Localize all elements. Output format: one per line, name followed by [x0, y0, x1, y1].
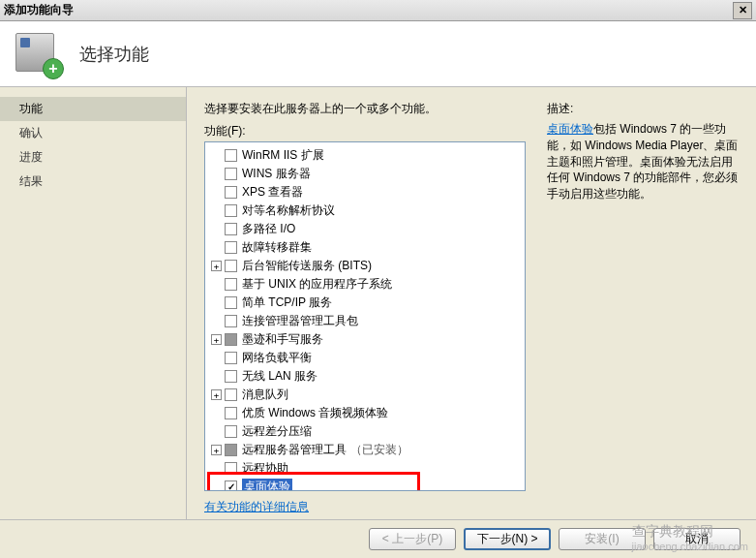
expand-icon[interactable]: +	[211, 334, 222, 345]
window-title: 添加功能向导	[4, 2, 733, 18]
feature-label: 消息队列	[242, 387, 288, 403]
feature-row[interactable]: WINS 服务器	[207, 165, 523, 183]
feature-row[interactable]: +消息队列	[207, 386, 523, 404]
feature-row[interactable]: 连接管理器管理工具包	[207, 312, 523, 330]
feature-row[interactable]: 网络负载平衡	[207, 349, 523, 367]
feature-checkbox[interactable]	[225, 186, 237, 199]
feature-label: XPS 查看器	[242, 184, 303, 201]
feature-checkbox[interactable]	[225, 241, 237, 254]
description-link[interactable]: 桌面体验	[547, 122, 593, 136]
feature-checkbox[interactable]	[225, 462, 237, 475]
content-panel: 选择要安装在此服务器上的一个或多个功能。 功能(F): WinRM IIS 扩展…	[186, 87, 756, 519]
feature-label: 远程协助	[242, 460, 288, 477]
description-body: 桌面体验包括 Windows 7 的一些功能，如 Windows Media P…	[547, 121, 739, 202]
feature-row[interactable]: XPS 查看器	[207, 183, 523, 202]
feature-checkbox[interactable]	[225, 370, 237, 383]
expand-icon[interactable]: +	[211, 261, 222, 271]
feature-label: WINS 服务器	[242, 166, 311, 182]
feature-list[interactable]: WinRM IIS 扩展WINS 服务器XPS 查看器对等名称解析协议多路径 I…	[204, 141, 526, 491]
instruction-text: 选择要安装在此服务器上的一个或多个功能。	[204, 101, 526, 117]
expand-icon[interactable]: +	[211, 445, 222, 455]
feature-label: 桌面体验	[242, 479, 292, 491]
feature-row[interactable]: WinRM IIS 扩展	[207, 146, 523, 165]
feature-label: 无线 LAN 服务	[242, 368, 318, 385]
install-button[interactable]: 安装(I)	[559, 528, 646, 550]
button-row: < 上一步(P) 下一步(N) > 安装(I) 取消	[0, 519, 756, 558]
feature-label: 远程服务器管理工具	[242, 442, 347, 458]
plus-badge-icon: +	[43, 58, 64, 79]
next-button[interactable]: 下一步(N) >	[464, 528, 551, 550]
installed-suffix: （已安装）	[350, 442, 408, 458]
feature-checkbox[interactable]	[225, 480, 237, 491]
feature-checkbox[interactable]	[225, 223, 237, 235]
feature-checkbox[interactable]	[225, 444, 237, 456]
cancel-button[interactable]: 取消	[653, 528, 741, 550]
feature-label: 连接管理器管理工具包	[242, 313, 358, 329]
feature-row[interactable]: +墨迹和手写服务	[207, 330, 523, 349]
feature-label: 多路径 I/O	[242, 221, 295, 237]
feature-checkbox[interactable]	[225, 278, 237, 291]
feature-label: 后台智能传送服务 (BITS)	[242, 258, 372, 274]
feature-row[interactable]: 远程协助	[207, 459, 523, 478]
feature-row[interactable]: 无线 LAN 服务	[207, 367, 523, 386]
feature-row[interactable]: 桌面体验	[207, 478, 523, 491]
description-label: 描述:	[547, 101, 739, 117]
feature-row[interactable]: 多路径 I/O	[207, 220, 523, 238]
feature-checkbox[interactable]	[225, 352, 237, 364]
feature-label: 远程差分压缩	[242, 423, 312, 440]
feature-checkbox[interactable]	[225, 425, 237, 438]
feature-label: 对等名称解析协议	[242, 202, 335, 219]
nav-item-2[interactable]: 进度	[0, 145, 186, 170]
expand-icon[interactable]: +	[211, 389, 222, 400]
feature-row[interactable]: +远程服务器管理工具（已安装）	[207, 441, 523, 459]
nav-item-3[interactable]: 结果	[0, 170, 186, 194]
wizard-nav: 功能确认进度结果	[0, 87, 186, 519]
nav-item-0[interactable]: 功能	[0, 97, 186, 121]
feature-label: 优质 Windows 音频视频体验	[242, 405, 388, 421]
feature-row[interactable]: 对等名称解析协议	[207, 202, 523, 220]
feature-checkbox[interactable]	[225, 315, 237, 327]
feature-row[interactable]: 故障转移群集	[207, 238, 523, 257]
titlebar: 添加功能向导 ✕	[0, 0, 756, 21]
feature-checkbox[interactable]	[225, 333, 237, 346]
close-button[interactable]: ✕	[733, 2, 752, 19]
feature-label: WinRM IIS 扩展	[242, 147, 324, 164]
page-title: 选择功能	[79, 43, 149, 66]
feature-checkbox[interactable]	[225, 204, 237, 217]
prev-button[interactable]: < 上一步(P)	[369, 528, 456, 550]
feature-label: 基于 UNIX 的应用程序子系统	[242, 276, 392, 293]
wizard-icon: +	[15, 31, 62, 78]
more-info-link[interactable]: 有关功能的详细信息	[204, 499, 526, 515]
wizard-header: + 选择功能	[0, 21, 756, 87]
feature-row[interactable]: 远程差分压缩	[207, 422, 523, 441]
feature-row[interactable]: 优质 Windows 音频视频体验	[207, 404, 523, 422]
feature-row[interactable]: +后台智能传送服务 (BITS)	[207, 257, 523, 275]
feature-checkbox[interactable]	[225, 168, 237, 180]
feature-row[interactable]: 简单 TCP/IP 服务	[207, 294, 523, 312]
feature-checkbox[interactable]	[225, 407, 237, 419]
nav-item-1[interactable]: 确认	[0, 121, 186, 145]
feature-label: 故障转移群集	[242, 239, 312, 256]
feature-checkbox[interactable]	[225, 296, 237, 309]
feature-checkbox[interactable]	[225, 260, 237, 272]
feature-label: 墨迹和手写服务	[242, 331, 323, 348]
features-label: 功能(F):	[204, 123, 526, 140]
feature-label: 网络负载平衡	[242, 350, 312, 366]
feature-checkbox[interactable]	[225, 149, 237, 162]
feature-label: 简单 TCP/IP 服务	[242, 294, 332, 311]
feature-row[interactable]: 基于 UNIX 的应用程序子系统	[207, 275, 523, 294]
feature-checkbox[interactable]	[225, 388, 237, 401]
